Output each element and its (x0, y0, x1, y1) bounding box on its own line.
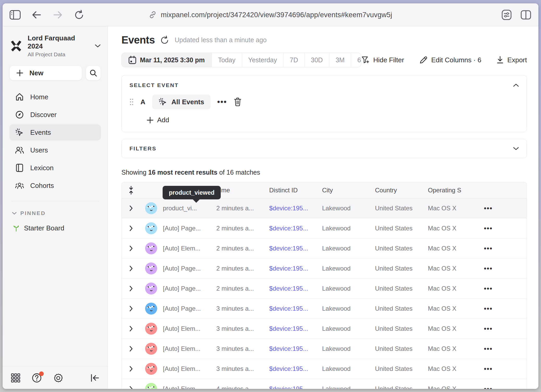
collapse-all-rows-icon[interactable] (122, 186, 140, 195)
distinct-id-link[interactable]: $device:195... (269, 285, 322, 292)
distinct-id-link[interactable]: $device:195... (269, 345, 322, 352)
expand-row-icon[interactable] (122, 286, 140, 291)
chevron-down-icon[interactable] (513, 147, 519, 150)
range-7d[interactable]: 7D (283, 53, 304, 67)
expand-row-icon[interactable] (122, 346, 140, 352)
range-yesterday[interactable]: Yesterday (242, 53, 283, 67)
sidebar-item-lexicon[interactable]: Lexicon (9, 160, 101, 176)
expand-row-icon[interactable] (122, 246, 140, 251)
row-actions-icon[interactable]: ••• (484, 244, 501, 253)
calendar-icon (128, 56, 136, 64)
sidebar-item-discover[interactable]: Discover (9, 107, 101, 123)
forward-icon[interactable] (52, 9, 64, 21)
row-actions-icon[interactable]: ••• (484, 325, 501, 333)
sidebar-item-starter-board[interactable]: Starter Board (9, 224, 101, 232)
distinct-id-link[interactable]: $device:195... (269, 245, 322, 252)
table-row[interactable]: [Auto] Elem... 3 minutes a... $device:19… (122, 319, 527, 339)
distinct-id-link[interactable]: $device:195... (269, 385, 322, 389)
column-distinct-id[interactable]: Distinct ID (269, 187, 322, 194)
table-row[interactable]: [Auto] Elem... 4 minutes a... $device:19… (122, 379, 527, 389)
city-cell: Lakewood (322, 325, 375, 332)
apps-grid-icon[interactable] (11, 373, 20, 383)
browser-sidebar-toggle-icon[interactable] (9, 9, 21, 21)
column-country[interactable]: Country (375, 187, 428, 194)
sidebar: Lord Farquaad 2024 All Project Data New (3, 26, 108, 389)
new-button[interactable]: New (9, 65, 82, 81)
range-3m[interactable]: 3M (329, 53, 351, 67)
table-row[interactable]: [Auto] Page... 3 minutes a... $device:19… (122, 299, 527, 319)
event-avatar (145, 222, 157, 234)
sidebar-item-events[interactable]: Events (9, 124, 101, 140)
table-row[interactable]: [Auto] Elem... 3 minutes a... $device:19… (122, 359, 527, 379)
time-cell: 4 minutes a... (216, 385, 269, 389)
gear-icon[interactable] (53, 373, 63, 383)
expand-row-icon[interactable] (122, 366, 140, 372)
export-button[interactable]: Export (496, 56, 527, 64)
reload-icon[interactable] (73, 9, 85, 21)
address-bar[interactable]: mixpanel.com/project/3472420/view/397469… (149, 11, 392, 19)
table-row[interactable]: [Auto] Elem... 2 minutes a... $device:19… (122, 238, 527, 259)
os-cell: Mac OS X (428, 365, 484, 372)
add-event-button[interactable]: Add (147, 116, 519, 124)
sidebar-item-cohorts[interactable]: Cohorts (9, 177, 101, 194)
expand-row-icon[interactable] (122, 266, 140, 271)
table-row[interactable]: product_vi... 2 minutes a... $device:195… (122, 198, 527, 218)
column-city[interactable]: City (322, 187, 375, 194)
expand-row-icon[interactable] (122, 326, 140, 332)
pinned-section-toggle[interactable]: PINNED (9, 210, 101, 216)
range-6m[interactable]: 6M (351, 53, 361, 67)
os-cell: Mac OS X (428, 385, 484, 389)
expand-row-icon[interactable] (122, 205, 140, 211)
distinct-id-link[interactable]: $device:195... (269, 325, 322, 332)
range-today[interactable]: Today (212, 53, 242, 67)
distinct-id-link[interactable]: $device:195... (269, 225, 322, 232)
event-selector[interactable]: All Events (152, 95, 211, 109)
sidebar-item-users[interactable]: Users (9, 142, 101, 158)
sidebar-item-home[interactable]: Home (9, 89, 101, 105)
table-row[interactable]: [Auto] Page... 2 minutes a... $device:19… (122, 218, 527, 238)
row-actions-icon[interactable]: ••• (484, 365, 501, 373)
city-cell: Lakewood (322, 365, 375, 372)
expand-row-icon[interactable] (122, 306, 140, 311)
row-actions-icon[interactable]: ••• (484, 224, 501, 232)
table-row[interactable]: [Auto] Page... 2 minutes a... $device:19… (122, 279, 527, 299)
project-name: Lord Farquaad 2024 (28, 34, 90, 50)
drag-handle-icon[interactable] (130, 98, 134, 106)
hide-filter-button[interactable]: Hide Filter (361, 56, 404, 64)
row-actions-icon[interactable]: ••• (484, 204, 501, 212)
row-actions-icon[interactable]: ••• (484, 345, 501, 353)
row-actions-icon[interactable]: ••• (484, 305, 501, 313)
split-view-icon[interactable] (520, 9, 532, 21)
distinct-id-link[interactable]: $device:195... (269, 305, 322, 312)
row-actions-icon[interactable]: ••• (484, 265, 501, 273)
expand-row-icon[interactable] (122, 386, 140, 389)
table-row[interactable]: [Auto] Elem... 3 minutes a... $device:19… (122, 339, 527, 359)
distinct-id-link[interactable]: $device:195... (269, 265, 322, 272)
column-operating-system[interactable]: Operating S (428, 187, 484, 194)
chevron-up-icon[interactable] (513, 83, 519, 87)
project-switcher[interactable]: Lord Farquaad 2024 All Project Data (9, 34, 101, 58)
column-time[interactable]: Time (216, 187, 269, 194)
reader-settings-icon[interactable] (501, 9, 512, 21)
event-avatar (145, 383, 157, 389)
event-more-icon[interactable]: ••• (217, 97, 227, 106)
distinct-id-link[interactable]: $device:195... (269, 205, 322, 212)
row-actions-icon[interactable]: ••• (484, 385, 501, 389)
table-row[interactable]: [Auto] Page... 2 minutes a... $device:19… (122, 259, 527, 279)
sidebar-item-label: Events (30, 128, 51, 137)
edit-columns-button[interactable]: Edit Columns · 6 (419, 56, 481, 64)
distinct-id-link[interactable]: $device:195... (269, 365, 322, 372)
range-30d[interactable]: 30D (304, 53, 329, 67)
row-actions-icon[interactable]: ••• (484, 285, 501, 293)
collapse-sidebar-icon[interactable] (90, 374, 99, 382)
trash-icon[interactable] (234, 97, 242, 106)
refresh-icon[interactable] (161, 36, 169, 45)
back-icon[interactable] (31, 9, 42, 21)
search-button[interactable] (86, 65, 101, 81)
expand-row-icon[interactable] (122, 225, 140, 231)
filters-card[interactable]: FILTERS (121, 139, 527, 158)
date-picker-segment[interactable]: Mar 11, 2025 3:30 pm (122, 53, 212, 67)
os-cell: Mac OS X (428, 205, 484, 212)
help-icon[interactable] (32, 373, 42, 383)
country-cell: United States (375, 205, 428, 212)
